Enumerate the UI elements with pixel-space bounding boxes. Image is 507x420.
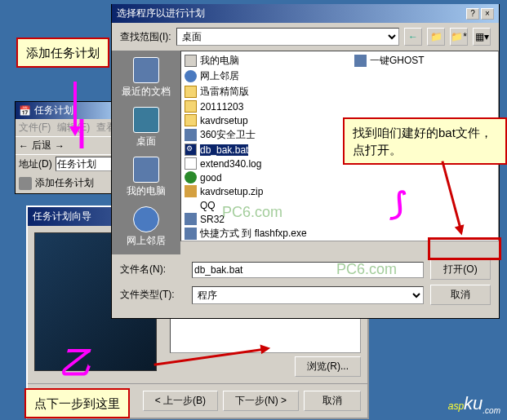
watermark: PC6.com <box>336 261 397 278</box>
place-recent[interactable]: 最近的文档 <box>115 54 177 102</box>
task-scheduler-window: 📅 任务计划 文件(F) 编辑(E) 查看 ← 后退 → 地址(D) 添加任务计… <box>15 101 121 194</box>
file-item[interactable]: 迅雷精简版 <box>183 84 496 99</box>
file-icon <box>185 100 197 113</box>
back-icon[interactable]: ← <box>19 140 29 152</box>
open-button[interactable]: 打开(O) <box>430 259 491 280</box>
aspku-logo: aspku.com <box>448 393 500 415</box>
back-icon[interactable]: ← <box>404 28 422 46</box>
toolbar: ← 后退 → <box>16 136 120 154</box>
lookin-label: 查找范围(I): <box>120 30 171 44</box>
watermark: PC6.com <box>222 204 282 221</box>
title-text: 任务计划 <box>34 104 73 117</box>
file-item[interactable]: 20111203 <box>183 99 496 113</box>
address-label: 地址(D) <box>19 157 52 171</box>
next-button[interactable]: 下一步(N) > <box>223 391 299 411</box>
file-icon <box>185 199 197 211</box>
help-icon[interactable]: ? <box>466 8 479 20</box>
file-item[interactable]: 我的电脑 <box>183 53 496 69</box>
add-task-icon <box>19 177 32 190</box>
places-bar: 最近的文档 桌面 我的电脑 网上邻居 <box>112 51 180 254</box>
squiggle-1: | <box>77 114 86 149</box>
file-item[interactable]: 一键GHOST <box>353 53 426 69</box>
file-icon <box>354 55 367 67</box>
up-icon[interactable]: 📁 <box>427 28 445 46</box>
file-icon <box>185 70 197 82</box>
browse-button[interactable]: 浏览(R)... <box>295 356 361 377</box>
file-icon <box>185 157 197 170</box>
file-icon <box>185 185 197 197</box>
place-network[interactable]: 网上邻居 <box>115 203 177 251</box>
file-item[interactable]: 网上邻居 <box>183 69 496 84</box>
callout-find-bat: 找到咱们建好的bat文件，点打开。 <box>343 117 507 165</box>
file-icon <box>185 228 197 240</box>
callout-add-task: 添加任务计划 <box>16 38 109 68</box>
forward-icon[interactable]: → <box>55 140 64 152</box>
file-icon <box>185 114 197 126</box>
highlight-open-button <box>428 237 501 260</box>
address-bar: 地址(D) <box>16 154 120 173</box>
back-button[interactable]: < 上一步(B) <box>143 391 218 411</box>
file-icon <box>185 86 197 98</box>
menu-bar[interactable]: 文件(F) 编辑(E) 查看 <box>16 119 120 136</box>
place-desktop[interactable]: 桌面 <box>115 104 177 152</box>
address-input[interactable] <box>56 157 117 171</box>
dialog-title-bar: 选择程序以进行计划 ? × <box>112 4 499 23</box>
cancel-button[interactable]: 取消 <box>430 285 491 305</box>
filename-label: 文件名(N): <box>120 263 185 276</box>
squiggle-2: 乙 <box>60 343 91 384</box>
back-button[interactable]: 后退 <box>32 139 51 153</box>
file-icon <box>185 144 197 156</box>
place-computer[interactable]: 我的电脑 <box>115 153 177 201</box>
dialog-title: 选择程序以进行计划 <box>117 7 205 20</box>
callout-next-step: 点下一步到这里 <box>24 388 130 418</box>
add-task-item[interactable]: 添加任务计划 <box>16 173 120 193</box>
filetype-label: 文件类型(T): <box>120 288 185 302</box>
add-task-label: 添加任务计划 <box>35 176 94 190</box>
lookin-select[interactable]: 桌面 <box>176 28 399 46</box>
cancel-button[interactable]: 取消 <box>304 391 361 411</box>
close-icon[interactable]: × <box>481 8 494 20</box>
file-icon <box>185 213 197 225</box>
view-icon[interactable]: ▦▾ <box>473 28 491 46</box>
squiggle-3: ⟆ <box>390 186 402 222</box>
calendar-icon: 📅 <box>19 105 31 117</box>
file-icon <box>185 55 197 67</box>
file-icon <box>185 129 197 141</box>
filetype-select[interactable]: 程序 <box>192 286 424 304</box>
menu-file[interactable]: 文件(F) <box>19 121 51 135</box>
file-icon <box>185 171 197 183</box>
window-title: 📅 任务计划 <box>16 102 120 119</box>
new-folder-icon[interactable]: 📁* <box>450 28 468 46</box>
